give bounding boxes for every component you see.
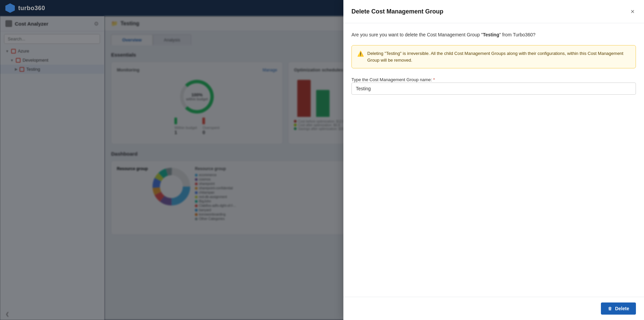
modal-group-name: Testing [483, 32, 499, 37]
field-label: Type the Cost Management Group name: * [351, 77, 435, 82]
delete-modal-dialog: Delete Cost Management Group × Are you s… [343, 0, 644, 320]
modal-title: Delete Cost Management Group [351, 8, 443, 15]
warning-text: Deleting "Testing" is irreversible. All … [367, 50, 630, 63]
trash-icon [608, 306, 612, 311]
modal-question-text: Are you sure you want to delete the Cost… [351, 32, 483, 37]
delete-button-label: Delete [615, 306, 629, 311]
modal-body: Are you sure you want to delete the Cost… [343, 23, 644, 297]
modal-footer: Delete [343, 297, 644, 320]
warning-icon: ⚠️ [357, 51, 364, 63]
modal-question: Are you sure you want to delete the Cost… [351, 31, 636, 38]
group-name-input[interactable] [351, 83, 636, 95]
modal-question-suffix: " from Turbo360? [499, 32, 536, 37]
delete-button[interactable]: Delete [601, 302, 636, 315]
required-star: * [433, 77, 435, 82]
field-label-text: Type the Cost Management Group name: [351, 77, 432, 82]
modal-header: Delete Cost Management Group × [343, 0, 644, 23]
modal-close-button[interactable]: × [629, 7, 636, 16]
warning-box: ⚠️ Deleting "Testing" is irreversible. A… [351, 45, 636, 68]
